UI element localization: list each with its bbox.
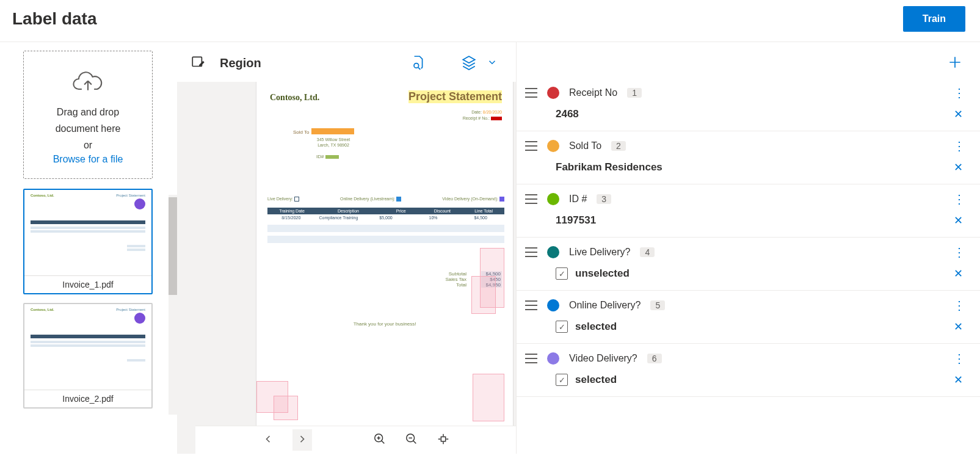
- thumbnail-item-1[interactable]: Contoso, Ltd.Project Statement Invoice_1…: [23, 189, 153, 294]
- field-item: Online Delivery?5⋮✓selected✕: [517, 291, 980, 344]
- document-viewer: Region Contoso, Ltd. Project Statement D…: [159, 42, 516, 454]
- add-field-button[interactable]: [947, 54, 963, 72]
- field-color-dot: [547, 140, 559, 152]
- doc-date: Date: 8/20/2020: [471, 110, 502, 114]
- field-shortcut-badge: 5: [650, 300, 665, 310]
- drag-handle-icon[interactable]: [525, 194, 537, 204]
- zoom-out-icon[interactable]: [405, 432, 418, 448]
- doc-id: ID#: [316, 154, 339, 159]
- prev-page-icon[interactable]: [262, 433, 274, 447]
- cloud-upload-icon: [71, 70, 104, 96]
- field-value: selected: [575, 374, 617, 386]
- field-name: Online Delivery?: [569, 300, 641, 311]
- doc-thanks: Thank you for your business!: [256, 321, 513, 327]
- region-box[interactable]: [471, 276, 496, 314]
- field-item: Sold To2⋮Fabrikam Residences✕: [517, 131, 980, 184]
- labels-panel: Receipt No1⋮2468✕Sold To2⋮Fabrikam Resid…: [516, 42, 980, 454]
- remove-value-button[interactable]: ✕: [954, 161, 963, 174]
- doc-receipt-no: Receipt # No.:: [463, 116, 502, 120]
- svg-point-1: [414, 64, 419, 68]
- field-item: ID #3⋮1197531✕: [517, 184, 980, 238]
- dropzone-text-1: Drag and drop: [30, 104, 146, 120]
- dropzone-text-2: document here: [30, 120, 146, 137]
- viewer-bottom-toolbar: [195, 426, 516, 454]
- remove-value-button[interactable]: ✕: [954, 320, 963, 333]
- field-shortcut-badge: 6: [647, 354, 662, 363]
- chevron-down-icon[interactable]: [487, 57, 498, 70]
- thumbnail-filename: Invoice_2.pdf: [24, 390, 151, 407]
- browse-file-link[interactable]: Browse for a file: [53, 154, 123, 164]
- drag-handle-icon[interactable]: [525, 354, 537, 363]
- region-draw-icon[interactable]: [191, 54, 206, 72]
- field-name: Video Delivery?: [569, 353, 637, 364]
- doc-delivery-row: Live Delivery: Online Delivery (Livestre…: [267, 197, 504, 202]
- top-bar: Label data Train: [0, 0, 980, 42]
- field-color-dot: [547, 352, 559, 365]
- thumbnail-preview: Contoso, Ltd.Project Statement: [24, 190, 151, 275]
- doc-soldto-highlight: [311, 128, 354, 134]
- field-value: 1197531: [556, 214, 596, 227]
- thumbnail-item-2[interactable]: Contoso, Ltd.Project Statement Invoice_2…: [23, 303, 153, 409]
- drag-handle-icon[interactable]: [525, 247, 537, 257]
- labeled-indicator-dot: [134, 198, 145, 209]
- next-page-icon[interactable]: [292, 429, 312, 451]
- region-box[interactable]: [274, 396, 298, 420]
- train-button[interactable]: Train: [903, 6, 965, 32]
- field-item: Live Delivery?4⋮✓unselected✕: [517, 238, 980, 291]
- thumbnail-list: Contoso, Ltd.Project Statement Invoice_1…: [23, 189, 153, 409]
- drag-handle-icon[interactable]: [525, 141, 537, 151]
- remove-value-button[interactable]: ✕: [954, 214, 963, 227]
- field-item: Receipt No1⋮2468✕: [517, 78, 980, 131]
- selection-mark-icon: ✓: [556, 267, 568, 280]
- field-shortcut-badge: 4: [640, 247, 655, 257]
- drag-handle-icon[interactable]: [525, 88, 537, 98]
- upload-dropzone[interactable]: Drag and drop document here or Browse fo…: [23, 51, 153, 179]
- field-shortcut-badge: 2: [611, 141, 626, 151]
- document-list-column: Drag and drop document here or Browse fo…: [0, 42, 159, 454]
- svg-rect-4: [441, 437, 445, 441]
- field-value: 2468: [556, 108, 579, 120]
- field-item: Video Delivery?6⋮✓selected✕: [517, 344, 980, 397]
- field-color-dot: [547, 299, 559, 311]
- field-color-dot: [547, 193, 559, 205]
- layers-icon[interactable]: [461, 54, 477, 72]
- field-shortcut-badge: 1: [627, 88, 642, 98]
- field-color-dot: [547, 246, 559, 258]
- field-name: Receipt No: [569, 87, 617, 98]
- doc-soldto-label: Sold To: [293, 129, 310, 135]
- field-value: selected: [575, 321, 617, 333]
- labeled-indicator-dot: [134, 313, 145, 324]
- region-box[interactable]: [473, 374, 504, 421]
- viewer-toolbar: Region: [159, 42, 516, 82]
- zoom-in-icon[interactable]: [373, 432, 387, 448]
- doc-address: 345 Willow StreetLarch, TX 98902: [315, 137, 352, 148]
- thumbnail-filename: Invoice_1.pdf: [24, 275, 151, 293]
- remove-value-button[interactable]: ✕: [954, 107, 963, 121]
- field-name: ID #: [569, 194, 587, 205]
- analyze-icon[interactable]: [410, 54, 426, 72]
- fit-icon[interactable]: [437, 432, 450, 448]
- field-name: Sold To: [569, 140, 601, 151]
- page-title: Label data: [12, 9, 96, 29]
- dropzone-text-3: or: [30, 137, 146, 153]
- remove-value-button[interactable]: ✕: [954, 373, 963, 387]
- field-value: unselected: [575, 267, 630, 280]
- canvas[interactable]: Contoso, Ltd. Project Statement Date: 8/…: [177, 82, 516, 454]
- doc-project-statement: Project Statement: [408, 90, 502, 103]
- region-label: Region: [220, 56, 261, 70]
- thumbnail-preview: Contoso, Ltd.Project Statement: [24, 304, 151, 390]
- field-color-dot: [547, 87, 559, 99]
- drag-handle-icon[interactable]: [525, 300, 537, 310]
- doc-table: Training DateDescriptionPriceDiscountLin…: [267, 208, 504, 243]
- remove-value-button[interactable]: ✕: [954, 267, 963, 280]
- field-value: Fabrikam Residences: [556, 161, 662, 173]
- doc-company: Contoso, Ltd.: [270, 93, 319, 103]
- field-name: Live Delivery?: [569, 247, 630, 258]
- selection-mark-icon: ✓: [556, 321, 568, 333]
- field-shortcut-badge: 3: [597, 194, 611, 204]
- selection-mark-icon: ✓: [556, 374, 568, 386]
